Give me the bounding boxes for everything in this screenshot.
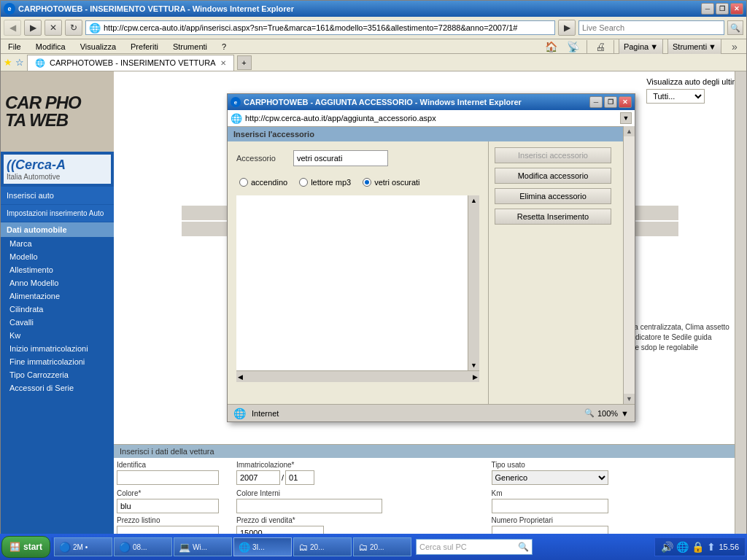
menu-modifica[interactable]: Modifica bbox=[31, 41, 70, 52]
colore-input[interactable] bbox=[117, 499, 219, 513]
start-button[interactable]: 🪟 start bbox=[1, 536, 50, 558]
modal-scroll-down-arrow[interactable]: ▼ bbox=[624, 394, 634, 404]
taskbar-btn-2m[interactable]: 🔵 2M • bbox=[54, 537, 112, 556]
restore-button[interactable]: ❐ bbox=[716, 3, 729, 15]
taskbar-btn-08[interactable]: 🔵 08... bbox=[114, 537, 172, 556]
immatricolazione-month-input[interactable] bbox=[285, 470, 314, 485]
add-bookmark-icon[interactable]: ☆ bbox=[15, 57, 24, 68]
strumenti-dropdown-button[interactable]: Strumenti ▼ bbox=[667, 39, 721, 55]
sidebar-item-impostazioni[interactable]: Impostazioni inserimento Auto bbox=[1, 205, 114, 222]
minimize-button[interactable]: ─ bbox=[701, 3, 714, 15]
menu-visualizza[interactable]: Visualizza bbox=[76, 41, 120, 52]
taskbar-btn-wi-label: Wi... bbox=[193, 543, 207, 551]
sidebar-link-fine-imm[interactable]: Fine immatricolazioni bbox=[1, 355, 114, 368]
colore-interni-group: Colore Interni bbox=[236, 489, 489, 513]
visualizza-area: Visualizza auto degli ultimi Tutti... bbox=[640, 71, 746, 109]
taskbar-btn-20a[interactable]: 🗂 20... bbox=[293, 537, 352, 556]
star-icon[interactable]: ★ bbox=[4, 57, 12, 68]
h-scroll-right-icon[interactable]: ▶ bbox=[471, 372, 479, 382]
immatricolazione-label: Immatricolazione* bbox=[236, 461, 489, 469]
tab-carphotoweb[interactable]: 🌐 CARPHOTOWEB - INSERIMENTO VETTURA ✕ bbox=[27, 55, 234, 71]
sidebar-link-marca[interactable]: Marca bbox=[1, 237, 114, 250]
taskbar-btn-3i[interactable]: 🌐 3I... bbox=[233, 537, 292, 556]
elimina-accessorio-button[interactable]: Elimina accessorio bbox=[495, 188, 611, 204]
taskbar-btn-20b[interactable]: 🗂 20... bbox=[353, 537, 411, 556]
immatricolazione-year-input[interactable] bbox=[236, 470, 280, 485]
page-dropdown-button[interactable]: Pagina ▼ bbox=[619, 39, 663, 55]
visualizza-select[interactable]: Tutti... bbox=[646, 89, 705, 104]
modal-scrollbar[interactable]: ▲ ▼ bbox=[623, 126, 635, 404]
sidebar-link-modello[interactable]: Modello bbox=[1, 250, 114, 263]
right-toolbar: 🏠 📡 🖨 Pagina ▼ Strumenti ▼ » bbox=[543, 39, 743, 55]
menu-strumenti[interactable]: Strumenti bbox=[169, 41, 212, 52]
sidebar-link-anno[interactable]: Anno Modello bbox=[1, 276, 114, 289]
search-area: 🔍 bbox=[578, 20, 743, 35]
modal-zoom-value: 100% bbox=[597, 409, 618, 418]
menu-file[interactable]: File bbox=[4, 41, 26, 52]
modal-url[interactable]: http://cpw.cerca-auto.it/app/aggiunta_ac… bbox=[245, 114, 436, 122]
start-label: start bbox=[23, 542, 42, 552]
print-icon[interactable]: 🖨 bbox=[592, 39, 609, 55]
feeds-icon[interactable]: 📡 bbox=[565, 39, 582, 55]
inserisci-grid: Identifica Immatricolazione* / bbox=[114, 458, 746, 488]
radio-accendino[interactable]: accendino bbox=[239, 178, 287, 187]
list-scroll-down[interactable]: ▼ bbox=[469, 360, 479, 370]
modal-restore-button[interactable]: ❐ bbox=[604, 96, 617, 108]
accessorio-input[interactable] bbox=[293, 150, 388, 166]
taskbar-btn-wi[interactable]: 💻 Wi... bbox=[174, 537, 232, 556]
identifica-group: Identifica bbox=[117, 461, 233, 485]
modal-minimize-button[interactable]: ─ bbox=[589, 96, 603, 108]
address-url[interactable]: http://cpw.cerca-auto.it/app/inserisci.a… bbox=[104, 23, 551, 32]
radio-lettore-mp3[interactable]: lettore mp3 bbox=[299, 178, 351, 187]
km-input[interactable] bbox=[492, 499, 608, 513]
tipo-usato-select[interactable]: Generico bbox=[492, 470, 608, 485]
back-button[interactable]: ◀ bbox=[4, 20, 21, 36]
sidebar-link-cilindrata[interactable]: Cilindrata bbox=[1, 303, 114, 316]
forward-button[interactable]: ▶ bbox=[24, 20, 42, 36]
identifica-label: Identifica bbox=[117, 461, 233, 469]
tray-icon-1: 🔊 bbox=[661, 541, 673, 553]
inserisci-accessorio-button[interactable]: Inserisci accessorio bbox=[495, 147, 611, 163]
modal-scroll-up-arrow[interactable]: ▲ bbox=[624, 126, 634, 136]
modal-close-button[interactable]: ✕ bbox=[619, 96, 632, 108]
modal-h-scroll[interactable]: ◀ ▶ bbox=[236, 370, 479, 382]
new-tab-button[interactable]: + bbox=[237, 55, 252, 70]
overflow-icon[interactable]: » bbox=[726, 39, 743, 55]
modal-scroll-track bbox=[624, 136, 635, 394]
km-label: Km bbox=[492, 489, 744, 497]
h-scroll-left-icon[interactable]: ◀ bbox=[236, 372, 244, 382]
modifica-accessorio-button[interactable]: Modifica accessorio bbox=[495, 168, 611, 184]
search-button[interactable]: 🔍 bbox=[727, 20, 743, 35]
modal-zoom-chevron-icon[interactable]: ▼ bbox=[621, 409, 629, 418]
tab-close-icon[interactable]: ✕ bbox=[220, 59, 226, 67]
list-scrollbar[interactable]: ▲ ▼ bbox=[468, 195, 479, 370]
list-scroll-up[interactable]: ▲ bbox=[469, 195, 479, 206]
colore-interni-input[interactable] bbox=[236, 499, 382, 513]
sidebar-link-accessori[interactable]: Accessori di Serie bbox=[1, 381, 114, 394]
sidebar-link-kw[interactable]: Kw bbox=[1, 329, 114, 342]
search-input[interactable] bbox=[578, 20, 724, 35]
resetta-button[interactable]: Resetta Inserimento bbox=[495, 209, 611, 225]
sidebar-link-cavalli[interactable]: Cavalli bbox=[1, 316, 114, 329]
identifica-input[interactable] bbox=[117, 470, 219, 485]
sidebar-link-tipo-carr[interactable]: Tipo Carrozzeria bbox=[1, 368, 114, 381]
modal-address-dropdown[interactable]: ▼ bbox=[620, 112, 632, 124]
refresh-button[interactable]: ↻ bbox=[65, 20, 82, 36]
title-bar-buttons: ─ ❐ ✕ bbox=[701, 3, 743, 15]
go-button[interactable]: ▶ bbox=[558, 20, 576, 36]
sidebar-link-inizio-imm[interactable]: Inizio immatricolazioni bbox=[1, 342, 114, 355]
radio-vetri-oscurati[interactable]: vetri oscurati bbox=[363, 178, 419, 187]
taskbar-search-icon[interactable]: 🔍 bbox=[515, 542, 532, 552]
sidebar-item-inserisci-auto[interactable]: Inserisci auto bbox=[1, 187, 114, 205]
sidebar-link-alimentazione[interactable]: Alimentazione bbox=[1, 289, 114, 303]
radio-group: accendino lettore mp3 vetr bbox=[236, 172, 479, 192]
stop-button[interactable]: ✕ bbox=[44, 20, 62, 36]
page-scrollbar[interactable] bbox=[735, 71, 746, 542]
menu-preferiti[interactable]: Preferiti bbox=[126, 41, 163, 52]
sidebar-link-allestimento[interactable]: Allestimento bbox=[1, 263, 114, 276]
toolbar-divider bbox=[587, 40, 587, 53]
modal-browser-icon: e bbox=[231, 97, 241, 107]
menu-help[interactable]: ? bbox=[217, 41, 231, 52]
home-icon[interactable]: 🏠 bbox=[543, 39, 560, 55]
close-button[interactable]: ✕ bbox=[730, 3, 743, 15]
